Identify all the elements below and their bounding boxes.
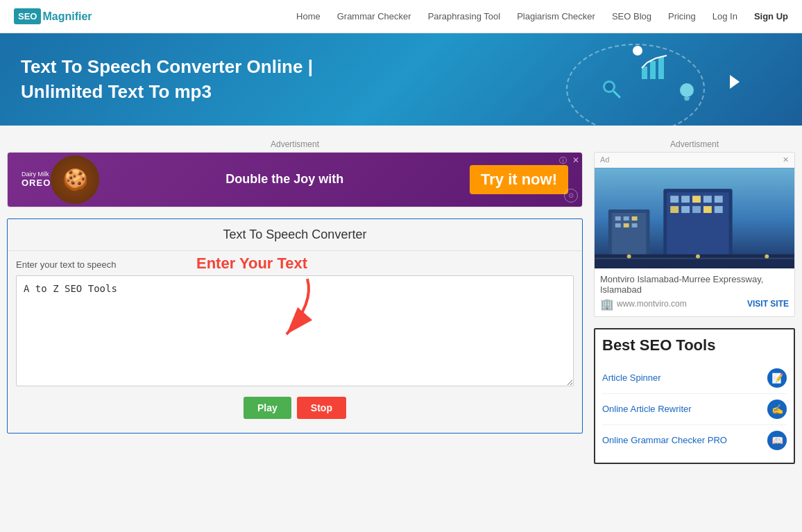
ad-cta[interactable]: Try it now! [470, 165, 568, 194]
logo-seo: SEO [14, 8, 41, 24]
svg-line-5 [614, 92, 620, 97]
seo-tool-link[interactable]: Online Article Rewriter [602, 404, 692, 414]
stop-button[interactable]: Stop [297, 397, 346, 419]
logo[interactable]: SEO Magnifier [14, 8, 92, 24]
seo-tool-list: Article Spinner 📝 Online Article Rewrite… [602, 363, 787, 456]
nav-pricing[interactable]: Pricing [668, 11, 696, 22]
tool-body: Enter your text to speech Enter Your Tex… [8, 251, 582, 433]
seo-tools-title: Best SEO Tools [602, 336, 787, 354]
ad-close-icon[interactable]: ✕ [572, 155, 579, 165]
ad-brand: Dairy Milk OREO [22, 171, 51, 188]
seo-tool-item: Online Article Rewriter ✍️ [602, 394, 787, 425]
tool-title: Text To Speech Converter [8, 219, 582, 251]
nav-plagiarism[interactable]: Plagiarism Checker [517, 11, 595, 22]
sidebar-ad-badge: Ad [600, 155, 609, 164]
sidebar-ad-actions: 🏢 www.montviro.com VISIT SITE [600, 298, 789, 311]
svg-rect-22 [681, 196, 690, 203]
svg-point-33 [627, 254, 631, 258]
svg-rect-2 [658, 57, 664, 79]
nav-blog[interactable]: SEO Blog [612, 11, 651, 22]
svg-rect-28 [692, 206, 701, 213]
sidebar-ad-site: 🏢 www.montviro.com [600, 298, 687, 311]
svg-rect-26 [670, 206, 679, 213]
svg-rect-17 [624, 223, 629, 228]
hero-decoration [552, 40, 760, 123]
svg-rect-13 [615, 216, 621, 221]
sidebar-ad-close[interactable]: ✕ [783, 155, 789, 164]
seo-tool-item: Article Spinner 📝 [602, 363, 787, 394]
nav-login[interactable]: Log In [713, 11, 737, 22]
text-input[interactable]: A to Z SEO Tools [16, 275, 574, 386]
sidebar: Advertisment Ad ✕ [594, 139, 795, 470]
svg-rect-1 [650, 61, 656, 79]
svg-rect-7 [684, 97, 690, 99]
nav-paraphrasing[interactable]: Paraphrasing Tool [428, 11, 501, 22]
svg-point-4 [605, 83, 613, 91]
hero-title: Text To Speech Converter Online | Unlimi… [21, 54, 313, 105]
sidebar-ad-caption: Montviro Islamabad-Murree Expressway, Is… [600, 274, 789, 295]
ad-text: Double the Joy with [99, 172, 470, 187]
cookie-image: 🍪 [51, 155, 99, 204]
chart-icon [639, 53, 674, 83]
svg-rect-8 [685, 99, 689, 101]
seo-tool-link[interactable]: Article Spinner [602, 372, 661, 383]
tool-box: Text To Speech Converter Enter your text… [7, 218, 583, 434]
svg-rect-32 [595, 257, 794, 259]
svg-rect-31 [595, 254, 794, 268]
nav-links: Home Grammar Checker Paraphrasing Tool P… [296, 11, 788, 22]
button-row: Play Stop [16, 388, 574, 424]
play-button[interactable]: Play [244, 397, 291, 419]
svg-rect-29 [703, 206, 712, 213]
ad-banner: ⓘ ✕ Dairy Milk OREO 🍪 Double the Joy wit… [7, 152, 583, 207]
svg-rect-16 [615, 223, 621, 228]
ad-label: Advertisment [7, 139, 583, 149]
svg-rect-25 [715, 196, 723, 203]
sidebar-ad-image [595, 168, 794, 268]
svg-rect-24 [703, 196, 712, 203]
visit-site-button[interactable]: VISIT SITE [747, 299, 789, 309]
seo-tool-icon: 📖 [767, 431, 787, 450]
svg-point-34 [696, 254, 700, 258]
svg-point-35 [765, 254, 769, 258]
svg-rect-14 [624, 216, 629, 221]
svg-point-6 [680, 83, 694, 97]
logo-magnifier: Magnifier [42, 10, 92, 23]
sidebar-ad-header: Ad ✕ [595, 153, 794, 168]
seo-tool-item: Online Grammar Checker PRO 📖 [602, 425, 787, 456]
navigation: SEO Magnifier Home Grammar Checker Parap… [0, 0, 802, 33]
sidebar-ad-label: Advertisment [594, 139, 795, 149]
svg-rect-30 [715, 206, 723, 213]
sidebar-ad-box: Ad ✕ [594, 152, 795, 317]
svg-rect-0 [642, 67, 647, 79]
content-area: Advertisment ⓘ ✕ Dairy Milk OREO 🍪 Doubl… [7, 139, 583, 470]
seo-tools-box: Best SEO Tools Article Spinner 📝 Online … [594, 328, 795, 464]
ad-badge-circle: ⊙ [564, 189, 578, 203]
input-label: Enter your text to speech [16, 259, 574, 270]
nav-grammar[interactable]: Grammar Checker [337, 11, 411, 22]
bulb-icon [677, 82, 697, 106]
main-layout: Advertisment ⓘ ✕ Dairy Milk OREO 🍪 Doubl… [0, 126, 802, 483]
site-logo-icon: 🏢 [600, 298, 614, 311]
seo-tool-icon: ✍️ [767, 400, 787, 419]
svg-rect-27 [681, 206, 690, 213]
building-svg [595, 168, 794, 268]
svg-rect-20 [667, 192, 728, 264]
seo-tool-link[interactable]: Online Grammar Checker PRO [602, 435, 727, 445]
seo-tool-icon: 📝 [767, 368, 787, 388]
hero-banner: Text To Speech Converter Online | Unlimi… [0, 33, 802, 126]
svg-rect-18 [632, 223, 638, 228]
annotation-area: Enter Your Text A to Z SEO Tools [16, 275, 574, 388]
ad-info-icon: ⓘ [559, 155, 567, 166]
svg-rect-21 [670, 196, 679, 203]
svg-rect-23 [692, 196, 701, 203]
nav-home[interactable]: Home [296, 11, 321, 22]
hero-arrow [730, 75, 740, 89]
magnifier-icon [601, 78, 622, 101]
svg-rect-15 [632, 216, 638, 221]
sidebar-ad-footer: Montviro Islamabad-Murree Expressway, Is… [595, 268, 794, 316]
nav-signup[interactable]: Sign Up [754, 11, 788, 22]
